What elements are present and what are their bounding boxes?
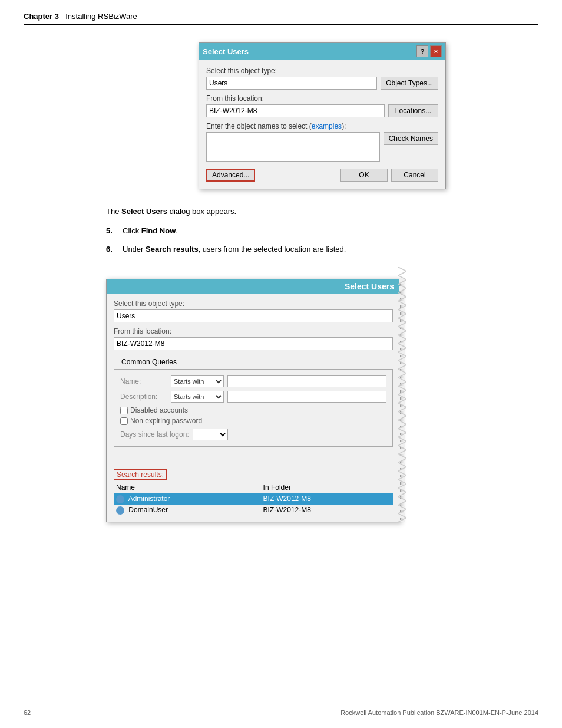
non-expiring-label: Non expiring password (130, 417, 202, 425)
object-type-row: Object Types... (206, 77, 438, 90)
select-users-bold: Select Users (121, 207, 167, 216)
select-users-dialog-1: Select Users ? × Select this object type… (199, 42, 446, 189)
object-types-button[interactable]: Object Types... (381, 77, 438, 90)
result-row-1[interactable]: Administrator BIZ-W2012-M8 (114, 493, 393, 505)
names-label: Enter the object names to select (exampl… (206, 122, 438, 130)
disabled-accounts-row: Disabled accounts (120, 406, 386, 414)
name-filter-select[interactable]: Starts with (171, 375, 224, 387)
description-query-input[interactable] (227, 391, 386, 403)
dialog2-body: Select this object type: Users From this… (107, 294, 400, 522)
disabled-accounts-checkbox[interactable] (120, 407, 128, 414)
find-now-bold: Find Now (141, 226, 176, 235)
location-label: From this location: (206, 94, 438, 103)
search-results-bold: Search results (146, 245, 199, 253)
close-button[interactable]: × (430, 45, 442, 57)
torn-edge (398, 267, 406, 522)
name-query-row: Name: Starts with (120, 375, 386, 387)
days-logon-row: Days since last logon: (120, 429, 386, 440)
dialog2-object-type-value: Users (114, 309, 393, 322)
dialog-footer-1: Advanced... OK Cancel (206, 166, 438, 182)
chapter-header: Chapter 3 Installing RSBizWare (24, 12, 538, 25)
names-textarea[interactable] (206, 132, 380, 162)
days-logon-select[interactable] (193, 429, 228, 440)
ok-cancel-row: OK Cancel (340, 169, 438, 182)
examples-link[interactable]: examples (312, 122, 342, 130)
cancel-button[interactable]: Cancel (391, 169, 438, 182)
description-query-row: Description: Starts with (120, 391, 386, 403)
dialog2-object-type-label: Select this object type: (114, 299, 393, 308)
ok-button[interactable]: OK (340, 169, 388, 182)
disabled-accounts-label: Disabled accounts (130, 406, 188, 414)
advanced-button[interactable]: Advanced... (206, 169, 255, 182)
dialog-titlebar-1: Select Users ? × (199, 43, 445, 60)
page-number: 62 (24, 709, 31, 716)
col-name-header: Name (114, 482, 261, 493)
check-names-button[interactable]: Check Names (384, 132, 438, 145)
chapter-title-text: Installing RSBizWare (61, 12, 137, 21)
result-name-2: DomainUser (114, 505, 261, 516)
tab-bar: Common Queries (114, 355, 393, 369)
description-filter-select[interactable]: Starts with (171, 391, 224, 403)
result-name-1: Administrator (114, 493, 261, 505)
results-table: Name In Folder Administrator (114, 482, 393, 516)
titlebar-buttons: ? × (416, 45, 442, 57)
result-folder-1: BIZ-W2012-M8 (261, 493, 393, 505)
col-folder-header: In Folder (261, 482, 393, 493)
dialog-titlebar-2: Select Users (107, 279, 400, 294)
step-5-text: Click Find Now. (123, 226, 178, 235)
description-query-label: Description: (120, 393, 167, 401)
user-icon-2 (116, 506, 124, 515)
location-input[interactable] (206, 104, 385, 117)
chapter-label: Chapter 3 (24, 12, 59, 21)
dialog-title-2: Select Users (345, 282, 394, 291)
dialog2-location-label: From this location: (114, 327, 393, 335)
user-icon-1 (116, 495, 124, 503)
paragraph-1: The Select Users dialog box appears. (106, 207, 236, 216)
name-query-label: Name: (120, 377, 167, 386)
location-row: Locations... (206, 104, 438, 117)
spacer (114, 453, 393, 465)
tab-common-queries[interactable]: Common Queries (114, 355, 184, 369)
dialog-title-1: Select Users (203, 47, 249, 56)
help-button[interactable]: ? (416, 45, 428, 57)
names-row: Check Names (206, 132, 438, 162)
search-results-section: Search results: Name In Folder (114, 469, 393, 516)
name-query-input[interactable] (227, 375, 386, 387)
result-folder-2: BIZ-W2012-M8 (261, 505, 393, 516)
step-6-number: 6. (106, 245, 118, 253)
result-row-2[interactable]: DomainUser BIZ-W2012-M8 (114, 505, 393, 516)
step-5: 5. Click Find Now. (106, 226, 178, 235)
object-type-label: Select this object type: (206, 67, 438, 75)
tab-content: Name: Starts with Description: Starts wi… (114, 369, 393, 447)
step-6-text: Under Search results, users from the sel… (123, 245, 346, 253)
page-footer: 62 Rockwell Automation Publication BZWAR… (24, 709, 538, 716)
object-type-input[interactable] (206, 77, 377, 90)
publication-info: Rockwell Automation Publication BZWARE-I… (340, 709, 538, 716)
locations-button[interactable]: Locations... (388, 104, 438, 117)
step-6: 6. Under Search results, users from the … (106, 245, 346, 253)
non-expiring-checkbox[interactable] (120, 417, 128, 425)
dialog-body-1: Select this object type: Object Types...… (199, 60, 445, 189)
search-results-label: Search results: (114, 469, 167, 480)
days-logon-label: Days since last logon: (120, 430, 189, 439)
dialog2-location-value: BIZ-W2012-M8 (114, 337, 393, 350)
select-users-dialog-2: Select Users Select this object type: Us… (106, 279, 401, 522)
non-expiring-row: Non expiring password (120, 417, 386, 425)
step-5-number: 5. (106, 226, 118, 235)
